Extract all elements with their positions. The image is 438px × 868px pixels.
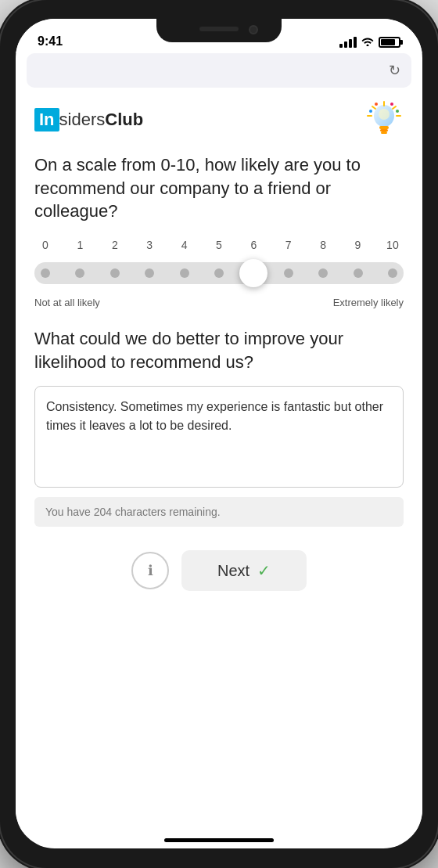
scale-num-3: 3 [140,239,159,251]
slider-dot-7 [284,268,293,278]
refresh-icon[interactable]: ↻ [389,62,400,79]
scale-label-left: Not at all likely [34,297,100,308]
notch [156,19,282,42]
logo-club: Club [105,110,143,130]
slider-dot-10 [388,268,397,278]
bottom-buttons: ℹ Next ✓ [34,542,404,607]
info-button[interactable]: ℹ [131,552,169,589]
slider-dots [41,268,397,278]
svg-line-6 [393,106,396,109]
check-icon: ✓ [257,561,271,580]
slider-dot-4 [180,268,189,278]
scale-num-8: 8 [314,239,332,251]
home-indicator [164,838,274,842]
lightbulb-icon [364,100,404,139]
signal-bars-icon [339,37,357,48]
screen: 9:41 [16,19,422,848]
scale-label-right: Extremely likely [333,297,404,308]
svg-rect-4 [381,131,387,134]
svg-point-11 [396,110,399,113]
slider-dot-9 [354,268,363,278]
scale-num-4: 4 [175,239,194,251]
nps-slider[interactable] [34,258,404,289]
scale-num-9: 9 [349,239,368,251]
slider-dot-3 [145,268,154,278]
status-icons [339,35,400,49]
svg-point-13 [375,103,378,106]
scale-numbers: 0 1 2 3 4 5 6 7 8 9 10 [34,239,404,251]
app-header: In siders Club [34,100,404,139]
scale-num-7: 7 [279,239,298,251]
notch-camera [249,25,258,34]
scale-num-10: 10 [383,239,402,251]
slider-dot-1 [75,268,84,278]
phone-frame: 9:41 [0,0,438,868]
question1-text: On a scale from 0-10, how likely are you… [34,153,404,223]
slider-track [34,262,404,284]
svg-point-12 [369,110,372,113]
next-button[interactable]: Next ✓ [181,550,307,591]
char-count-text: You have 204 characters remaining. [45,506,221,518]
scale-num-0: 0 [36,239,55,251]
logo-siders: siders [59,110,106,130]
svg-point-1 [379,109,390,120]
info-icon: ℹ [148,562,153,579]
feedback-textarea[interactable]: Consistency. Sometimes my experience is … [34,386,404,488]
char-count-bar: You have 204 characters remaining. [34,497,404,527]
next-label: Next [217,562,250,580]
slider-dot-8 [318,268,328,278]
slider-dot-5 [214,268,224,278]
svg-rect-2 [379,126,389,129]
slider-thumb[interactable] [239,259,267,287]
question2-text: What could we do better to improve your … [34,327,404,373]
slider-dot-2 [110,268,120,278]
status-time: 9:41 [38,34,63,49]
scale-num-1: 1 [70,239,89,251]
svg-line-8 [372,106,375,109]
battery-icon [379,37,400,48]
slider-dot-0 [41,268,50,278]
main-content: In siders Club [16,88,422,832]
scale-num-5: 5 [210,239,228,251]
logo: In siders Club [34,108,143,131]
logo-in: In [34,108,59,131]
browser-bar[interactable]: ↻ [27,53,411,88]
svg-rect-3 [380,129,388,131]
wifi-icon [361,35,374,49]
svg-point-10 [390,103,393,106]
notch-speaker [199,27,239,31]
scale-labels: Not at all likely Extremely likely [34,297,404,308]
scale-num-2: 2 [106,239,124,251]
scale-num-6: 6 [244,239,263,251]
